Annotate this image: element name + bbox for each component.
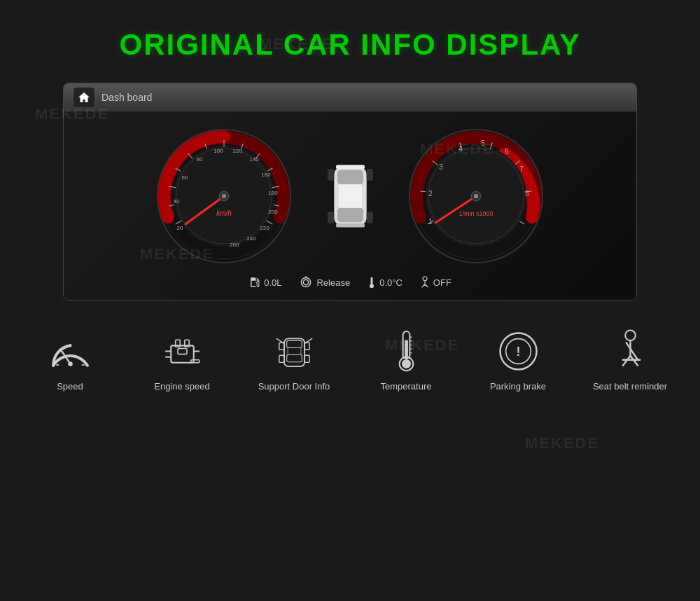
svg-point-114 — [625, 330, 636, 340]
handbrake-status: Release — [298, 276, 350, 289]
svg-text:100: 100 — [214, 148, 223, 154]
feature-parking-brake: ! Parking brake — [479, 329, 556, 393]
svg-line-57 — [420, 191, 426, 192]
page-title-section: ORIGINAL CAR INFO DISPLAY — [0, 0, 700, 83]
feature-temperature: Temperature — [368, 329, 444, 393]
svg-text:3: 3 — [439, 163, 443, 171]
dashboard-container: Dash board — [63, 83, 637, 300]
dash-header: Dash board — [64, 83, 636, 112]
svg-point-80 — [68, 361, 73, 366]
feature-seatbelt: Seat belt reminder — [592, 329, 668, 393]
svg-text:60: 60 — [182, 174, 188, 181]
svg-text:180: 180 — [268, 190, 278, 196]
rpm-gauge: 1 2 3 4 5 6 7 8 — [406, 126, 546, 266]
svg-rect-42 — [336, 165, 365, 169]
svg-rect-104 — [405, 340, 408, 359]
svg-rect-100 — [279, 355, 284, 362]
svg-rect-90 — [178, 348, 187, 354]
svg-text:40: 40 — [174, 198, 180, 205]
svg-text:260: 260 — [230, 242, 239, 248]
temp-status: 0.0°C — [367, 276, 402, 289]
svg-rect-41 — [366, 212, 372, 223]
feature-door-info: Support Door Info — [255, 329, 332, 393]
svg-rect-94 — [286, 355, 302, 362]
svg-rect-35 — [337, 170, 363, 184]
seatbelt-value: OFF — [433, 277, 451, 288]
car-top-view — [315, 151, 385, 242]
svg-text:120: 120 — [232, 148, 242, 154]
svg-point-32 — [222, 194, 226, 198]
svg-text:20: 20 — [177, 225, 183, 231]
svg-text:5: 5 — [481, 139, 485, 147]
feature-icons-section: Speed Engine speed — [0, 329, 700, 393]
temperature-label: Temperature — [381, 381, 432, 393]
temp-value: 0.0°C — [379, 277, 402, 288]
svg-text:!: ! — [516, 345, 520, 359]
svg-rect-101 — [304, 355, 309, 362]
engine-speed-label: Engine speed — [154, 381, 210, 393]
svg-rect-43 — [336, 223, 365, 228]
svg-rect-93 — [286, 340, 302, 347]
svg-text:7: 7 — [519, 165, 524, 173]
svg-rect-73 — [371, 280, 372, 285]
svg-point-105 — [402, 359, 411, 368]
door-info-label: Support Door Info — [258, 381, 330, 393]
svg-point-68 — [302, 277, 311, 286]
svg-rect-92 — [284, 338, 304, 366]
handbrake-value: Release — [316, 277, 350, 288]
svg-point-66 — [474, 194, 478, 198]
status-bar: 0.0L Release 0.0°C — [248, 276, 451, 289]
svg-text:240: 240 — [246, 235, 256, 242]
svg-text:160: 160 — [261, 172, 271, 178]
dash-header-label: Dash board — [102, 92, 152, 103]
svg-text:2: 2 — [428, 190, 433, 198]
feature-engine-speed: Engine speed — [144, 329, 220, 393]
svg-text:8: 8 — [525, 190, 529, 198]
svg-point-74 — [423, 277, 427, 281]
svg-text:1/min x1000: 1/min x1000 — [458, 210, 493, 217]
page-title: ORIGINAL CAR INFO DISPLAY — [0, 28, 700, 62]
svg-text:200: 200 — [268, 209, 278, 215]
svg-rect-36 — [337, 208, 363, 222]
svg-text:140: 140 — [249, 156, 259, 163]
svg-rect-91 — [190, 360, 199, 363]
svg-text:220: 220 — [260, 225, 270, 231]
svg-rect-38 — [328, 169, 334, 181]
fuel-status: 0.0L — [248, 276, 281, 289]
svg-text:km/h: km/h — [216, 209, 232, 217]
svg-text:80: 80 — [197, 156, 203, 163]
dash-body: 20 40 60 80 100 120 140 1 — [64, 112, 636, 300]
speedometer-gauge: 20 40 60 80 100 120 140 1 — [154, 126, 294, 266]
svg-rect-37 — [338, 184, 361, 207]
gauges-row: 20 40 60 80 100 120 140 1 — [71, 126, 629, 266]
watermark-5: MEKEDE — [525, 434, 599, 453]
home-icon — [74, 88, 94, 107]
parking-brake-label: Parking brake — [490, 381, 546, 393]
fuel-value: 0.0L — [264, 277, 281, 288]
seatbelt-reminder-label: Seat belt reminder — [593, 381, 667, 393]
svg-text:6: 6 — [505, 148, 509, 156]
svg-rect-39 — [366, 169, 372, 181]
speed-label: Speed — [57, 381, 83, 393]
svg-point-69 — [304, 279, 309, 284]
svg-rect-95 — [288, 347, 301, 354]
svg-rect-40 — [328, 212, 334, 223]
seatbelt-status: OFF — [419, 276, 451, 289]
feature-speed: Speed — [31, 329, 108, 393]
